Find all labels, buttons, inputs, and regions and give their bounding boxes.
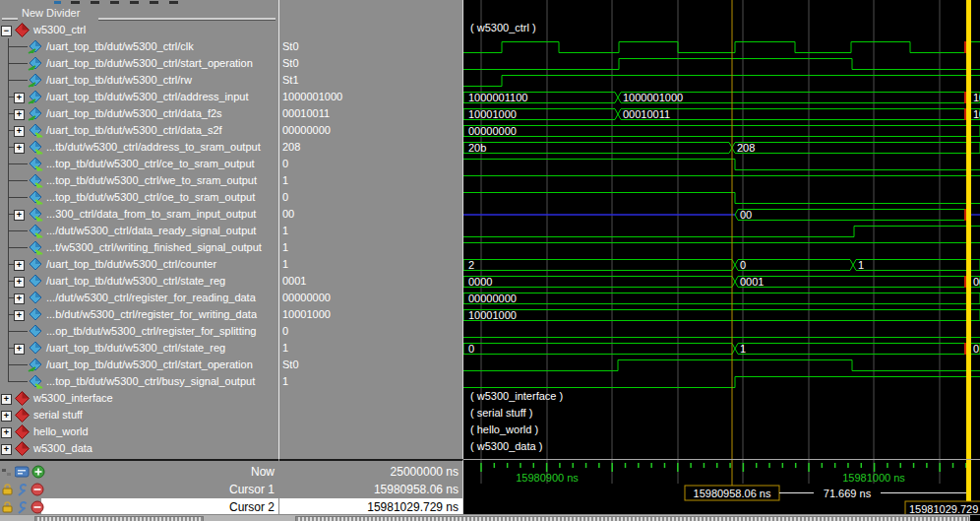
column-splitter[interactable]: [278, 0, 279, 521]
remove-cursor-icon[interactable]: [31, 500, 44, 514]
signal-row[interactable]: +...b/dut/w5300_ctrl/register_for_writin…: [0, 306, 278, 323]
signal-row[interactable]: +/uart_top_tb/dut/w5300_ctrl/address_inp…: [0, 89, 278, 105]
group-name[interactable]: w5300_interface: [33, 390, 113, 407]
signal-name[interactable]: /uart_top_tb/dut/w5300_ctrl/data_f2s: [46, 105, 222, 122]
bus-value-label: 0001: [740, 276, 764, 288]
group-name[interactable]: w5300_ctrl: [33, 22, 86, 38]
cursor1-row[interactable]: Cursor 1: [0, 481, 278, 498]
lock-icon[interactable]: [1, 500, 14, 514]
wrench-icon[interactable]: [16, 483, 29, 496]
group-name[interactable]: serial stuff: [33, 407, 83, 423]
expand-box[interactable]: +: [14, 210, 25, 221]
bus-trace: [618, 109, 968, 120]
signal-row[interactable]: +/uart_top_tb/dut/w5300_ctrl/counter: [0, 256, 278, 273]
bus-value-label: 0: [973, 343, 979, 355]
expand-box[interactable]: +: [14, 310, 25, 321]
lock-icon[interactable]: [1, 483, 14, 496]
remove-cursor-icon[interactable]: [31, 483, 44, 496]
expand-box[interactable]: +: [1, 411, 12, 422]
signal-row[interactable]: /uart_top_tb/dut/w5300_ctrl/rw: [0, 72, 278, 89]
signal-row[interactable]: +/uart_top_tb/dut/w5300_ctrl/data_f2s: [0, 105, 278, 122]
signal-kind-icon: [28, 190, 43, 206]
wrench-icon[interactable]: [16, 500, 29, 514]
now-row[interactable]: Now: [0, 463, 278, 481]
signal-row[interactable]: .../dut/w5300_ctrl/data_ready_signal_out…: [0, 223, 278, 239]
signal-name[interactable]: ...t/w5300_ctrl/writing_finished_signal_…: [46, 239, 262, 256]
grid-mode-icon[interactable]: [1, 465, 13, 479]
tree-branch-line: [8, 63, 28, 64]
signal-name[interactable]: ...top_tb/dut/w5300_ctrl/ce_to_sram_outp…: [46, 156, 255, 172]
signal-row[interactable]: ...top_tb/dut/w5300_ctrl/oe_to_sram_outp…: [0, 189, 278, 206]
expand-box[interactable]: +: [14, 143, 25, 154]
expand-box[interactable]: +: [14, 109, 25, 120]
group-row-w5300_interface[interactable]: + w5300_interface: [0, 390, 278, 407]
timeline-track[interactable]: 15980900 ns15981000 ns15980958.06 ns71.6…: [463, 459, 980, 516]
expand-box[interactable]: +: [14, 260, 25, 271]
bit-trace: [463, 227, 980, 237]
signal-row[interactable]: +/uart_top_tb/dut/w5300_ctrl/state_reg: [0, 273, 278, 290]
expand-box[interactable]: +: [14, 293, 25, 304]
waveform-canvas[interactable]: 1000001100100000100010100010000001001110…: [463, 0, 980, 459]
signal-name[interactable]: /uart_top_tb/dut/w5300_ctrl/rw: [46, 72, 192, 89]
signal-name[interactable]: /uart_top_tb/dut/w5300_ctrl/clk: [46, 38, 194, 55]
signal-kind-icon: [28, 173, 43, 189]
signal-row[interactable]: /uart_top_tb/dut/w5300_ctrl/start_operat…: [0, 55, 278, 72]
group-row-w5300_data[interactable]: + w5300_data: [0, 440, 278, 457]
horizontal-scrollbar-strip[interactable]: [0, 514, 980, 521]
signal-name[interactable]: /uart_top_tb/dut/w5300_ctrl/start_operat…: [46, 357, 253, 373]
collapse-box[interactable]: −: [1, 26, 12, 36]
signal-name[interactable]: /uart_top_tb/dut/w5300_ctrl/start_operat…: [46, 55, 253, 72]
signal-row[interactable]: /uart_top_tb/dut/w5300_ctrl/start_operat…: [0, 357, 278, 373]
signal-value: 1: [282, 239, 459, 256]
bus-trace: [463, 260, 735, 271]
cursor2-line[interactable]: [966, 0, 971, 459]
signal-row[interactable]: +.../dut/w5300_ctrl/register_for_reading…: [0, 290, 278, 306]
bus-trace: [463, 143, 732, 154]
divider-row[interactable]: New Divider: [0, 5, 278, 22]
expand-box[interactable]: +: [14, 277, 25, 288]
signal-name[interactable]: .../dut/w5300_ctrl/register_for_reading_…: [46, 290, 256, 306]
signal-name[interactable]: ...tb/dut/w5300_ctrl/address_to_sram_out…: [46, 139, 261, 156]
expand-box[interactable]: +: [1, 427, 12, 438]
signal-name[interactable]: /uart_top_tb/dut/w5300_ctrl/state_reg: [46, 340, 225, 357]
signal-row[interactable]: +/uart_top_tb/dut/w5300_ctrl/data_s2f: [0, 122, 278, 139]
signal-name[interactable]: ...b/dut/w5300_ctrl/register_for_writing…: [46, 306, 257, 323]
signal-row[interactable]: +/uart_top_tb/dut/w5300_ctrl/state_reg: [0, 340, 278, 357]
signal-name[interactable]: ...300_ctrl/data_from_to_sram_input_outp…: [46, 206, 256, 223]
signal-name[interactable]: ...op_tb/dut/w5300_ctrl/register_for_spl…: [46, 323, 256, 340]
signal-value: 0: [282, 156, 459, 172]
names-hscrollbar-thumb[interactable]: [34, 516, 204, 521]
signal-row[interactable]: ...top_tb/dut/w5300_ctrl/busy_signal_out…: [0, 373, 278, 390]
group-row-hello_world[interactable]: + hello_world: [0, 423, 278, 440]
signal-row[interactable]: +...300_ctrl/data_from_to_sram_input_out…: [0, 206, 278, 223]
signal-name[interactable]: /uart_top_tb/dut/w5300_ctrl/counter: [46, 256, 216, 273]
expand-box[interactable]: +: [14, 126, 25, 137]
signal-name[interactable]: ...top_tb/dut/w5300_ctrl/oe_to_sram_outp…: [46, 189, 255, 206]
note-icon[interactable]: [15, 465, 30, 479]
signal-row[interactable]: ...top_tb/dut/w5300_ctrl/we_to_sram_outp…: [0, 172, 278, 189]
expand-box[interactable]: +: [1, 394, 12, 405]
tree-branch-line: [8, 80, 28, 81]
signal-row[interactable]: ...top_tb/dut/w5300_ctrl/ce_to_sram_outp…: [0, 156, 278, 172]
signal-name[interactable]: ...top_tb/dut/w5300_ctrl/busy_signal_out…: [46, 373, 255, 390]
signal-row[interactable]: /uart_top_tb/dut/w5300_ctrl/clk: [0, 38, 278, 55]
signal-row[interactable]: ...t/w5300_ctrl/writing_finished_signal_…: [0, 239, 278, 256]
signal-name[interactable]: /uart_top_tb/dut/w5300_ctrl/data_s2f: [46, 122, 222, 139]
group-row-serial_stuff[interactable]: + serial stuff: [0, 407, 278, 423]
signal-row[interactable]: ...op_tb/dut/w5300_ctrl/register_for_spl…: [0, 323, 278, 340]
signal-row[interactable]: +...tb/dut/w5300_ctrl/address_to_sram_ou…: [0, 139, 278, 156]
expand-box[interactable]: +: [14, 93, 25, 103]
expand-box[interactable]: +: [14, 344, 25, 355]
signal-value: 0: [282, 189, 459, 206]
group-name[interactable]: w5300_data: [33, 440, 92, 457]
signal-name[interactable]: ...top_tb/dut/w5300_ctrl/we_to_sram_outp…: [46, 172, 257, 189]
signal-name[interactable]: .../dut/w5300_ctrl/data_ready_signal_out…: [46, 223, 256, 239]
group-row-w5300_ctrl[interactable]: − w5300_ctrl: [0, 22, 278, 38]
add-cursor-icon[interactable]: [31, 465, 45, 479]
group-name[interactable]: hello_world: [33, 423, 89, 440]
signal-name-panel: New Divider − w5300_ctrl/uart_top_tb/dut…: [0, 0, 278, 459]
signal-name[interactable]: /uart_top_tb/dut/w5300_ctrl/address_inpu…: [46, 89, 248, 105]
wave-hscrollbar-thumb[interactable]: [295, 516, 969, 521]
signal-name[interactable]: /uart_top_tb/dut/w5300_ctrl/state_reg: [46, 273, 225, 290]
expand-box[interactable]: +: [1, 444, 12, 455]
